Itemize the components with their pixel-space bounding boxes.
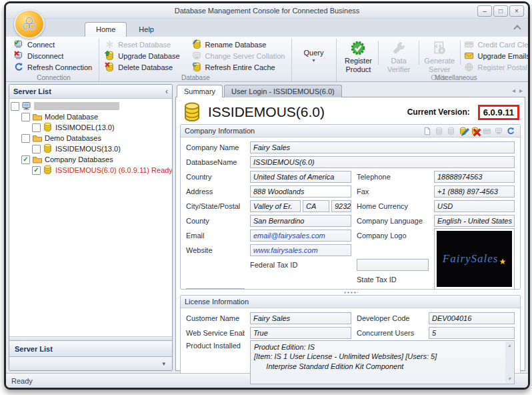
ribbon-collapse-button[interactable] xyxy=(512,23,523,32)
minimize-button[interactable]: – xyxy=(477,5,492,17)
fax-field[interactable]: +1 (888) 897-4563 xyxy=(434,185,515,198)
fax-label: Fax xyxy=(357,187,429,195)
upgrade-emails-button[interactable]: Upgrade Emails xyxy=(461,51,530,61)
pencil-badge-icon xyxy=(192,39,197,45)
tree-server-node[interactable] xyxy=(11,101,171,111)
product-installed-field[interactable]: Product Edition: IS [Item: IS 1 User Lic… xyxy=(250,340,515,384)
checkbox-checked[interactable]: ✓ xyxy=(21,155,30,164)
tree-folder-company-databases[interactable]: ✓ Company Databases xyxy=(11,154,171,165)
collation-tool-icon[interactable] xyxy=(494,126,504,136)
tree-db-issidemous-13[interactable]: ISSIDEMOUS(13.0) xyxy=(11,143,171,154)
scroll-down-icon[interactable]: ▾ xyxy=(508,376,511,382)
server-list-panel: Server List ‹ Model Database xyxy=(9,84,173,371)
tab-scroll-left-icon[interactable]: ◂ xyxy=(512,87,515,94)
new-record-icon[interactable] xyxy=(422,126,432,136)
checkbox[interactable] xyxy=(32,145,41,153)
company-logo-field[interactable]: FairySales ★ xyxy=(434,228,515,290)
document-tabs: Summary User Login - ISSIDEMOUS(6.0) ◂ ▸ xyxy=(175,84,525,97)
credit-card-cleanup-button[interactable]: Credit Card Clean-Up Utility xyxy=(461,39,530,50)
script-database-icon[interactable] xyxy=(482,126,492,136)
splitter-grip-icon xyxy=(343,292,358,294)
data-verifier-button[interactable]: Data Verifier xyxy=(380,39,417,73)
query-button[interactable]: Query ▾ xyxy=(295,38,332,74)
address-field[interactable]: 888 Woodlands xyxy=(250,185,351,198)
server-list-nav-button[interactable]: Server List xyxy=(9,340,172,357)
register-postal-code-button[interactable]: Register Postal Code ▾ xyxy=(461,62,530,73)
detach-database-icon[interactable] xyxy=(470,126,480,136)
tab-user-login[interactable]: User Login - ISSIDEMOUS(6.0) xyxy=(224,85,342,97)
state-tax-id-label: State Tax ID xyxy=(357,276,429,284)
website-field[interactable]: www.fairysales.com xyxy=(250,244,351,256)
upgrade-database-icon xyxy=(105,51,115,61)
generate-server-code-icon xyxy=(432,41,447,55)
server-icon xyxy=(21,101,32,111)
tree-folder-demo-databases[interactable]: Demo Databases xyxy=(11,133,171,143)
rename-database-button[interactable]: Rename Database xyxy=(189,39,288,50)
refresh-icon xyxy=(14,62,25,73)
developer-code-field[interactable]: DEV004016 xyxy=(429,312,515,324)
connect-button[interactable]: Connect xyxy=(11,39,95,50)
refresh-data-icon[interactable] xyxy=(506,126,516,136)
refresh-entire-cache-button[interactable]: Refresh Entire Cache xyxy=(189,62,288,73)
horizontal-splitter[interactable] xyxy=(180,290,521,295)
shrink-database-icon[interactable] xyxy=(446,126,456,136)
web-service-enabled-field[interactable]: True xyxy=(250,327,351,339)
checkbox[interactable] xyxy=(21,113,30,121)
company-language-field[interactable]: English - United States xyxy=(434,215,515,227)
checkbox[interactable] xyxy=(11,102,19,111)
federal-tax-id-label: Federal Tax ID xyxy=(250,261,351,269)
tab-scroll-right-icon[interactable]: ▸ xyxy=(519,87,523,94)
city-state-postal-label: City/State/Postal xyxy=(186,202,245,210)
close-button[interactable]: × xyxy=(509,5,524,17)
checkbox-checked[interactable]: ✓ xyxy=(32,166,41,175)
refresh-connection-button[interactable]: Refresh Connection xyxy=(11,62,95,73)
register-product-button[interactable]: Register Product xyxy=(339,39,377,73)
maximize-button[interactable]: □ xyxy=(493,5,508,17)
home-currency-field[interactable]: USD xyxy=(434,200,515,212)
upgrade-database-button[interactable]: Upgrade Database xyxy=(102,51,182,61)
county-field[interactable]: San Bernardino xyxy=(250,215,351,227)
delete-database-button[interactable]: Delete Database xyxy=(102,62,182,73)
group-label-database: Database xyxy=(99,74,291,81)
state-field[interactable]: CA xyxy=(303,200,329,212)
tree-folder-model-database[interactable]: Model Database xyxy=(11,111,171,122)
disconnect-button[interactable]: Disconnect xyxy=(11,51,95,61)
city-field[interactable]: Valley of Er. xyxy=(250,200,301,212)
mail-icon xyxy=(464,51,475,61)
reset-database-button[interactable]: Reset Database xyxy=(102,39,182,50)
ribbon-tab-row: Home Help xyxy=(6,19,528,37)
change-server-collation-button[interactable]: Change Server Collation xyxy=(189,51,288,61)
federal-tax-id-field[interactable] xyxy=(357,259,429,271)
database-title: ISSIDEMOUS(6.0) xyxy=(208,104,325,120)
database-name-label: DatabaseName xyxy=(186,158,245,166)
window-title: Database Management Console for Connecte… xyxy=(175,7,360,15)
postal-field[interactable]: 92325 xyxy=(331,200,351,212)
tab-summary[interactable]: Summary xyxy=(177,85,223,97)
overflow-arrow-icon[interactable]: ▾ xyxy=(162,360,165,367)
product-installed-label: Product Installed xyxy=(186,340,245,350)
developer-code-label: Developer Code xyxy=(357,314,423,322)
country-field[interactable]: United States of America xyxy=(250,171,351,183)
email-field[interactable]: email@fairysales.com xyxy=(250,230,351,242)
license-information-header: License Information xyxy=(181,296,520,308)
company-name-field[interactable]: Fairy Sales xyxy=(250,141,515,153)
tree-db-issidemous-6[interactable]: ✓ ISSIDEMOUS(6.0) (6.0.9.11) Ready for u… xyxy=(11,165,171,175)
generate-server-code-button[interactable]: Generate Server Code xyxy=(421,39,459,73)
scrollbar[interactable]: ▴ ▾ xyxy=(505,342,513,383)
database-name-field[interactable]: ISSIDEMOUS(6.0) xyxy=(250,156,515,168)
scroll-up-icon[interactable]: ▴ xyxy=(508,342,511,349)
save-record-icon[interactable] xyxy=(434,126,444,136)
customer-name-field[interactable]: Fairy Sales xyxy=(250,312,351,324)
concurrent-users-field[interactable]: 5 xyxy=(429,327,515,339)
backup-database-icon[interactable] xyxy=(458,126,468,136)
telephone-field[interactable]: 18888974563 xyxy=(434,171,515,183)
application-menu-button[interactable] xyxy=(14,9,45,39)
checkbox[interactable] xyxy=(21,134,30,143)
collapse-panel-icon[interactable]: ‹ xyxy=(165,87,168,96)
checkbox[interactable] xyxy=(32,123,41,132)
summary-content: ISSIDEMOUS(6.0) Current Version: 6.0.9.1… xyxy=(175,97,525,371)
company-name-label: Company Name xyxy=(186,143,245,151)
tree-db-issimodel[interactable]: ISSIMODEL(13.0) xyxy=(11,122,171,133)
ribbon-tab-home[interactable]: Home xyxy=(85,22,127,37)
ribbon-tab-help[interactable]: Help xyxy=(128,23,165,37)
